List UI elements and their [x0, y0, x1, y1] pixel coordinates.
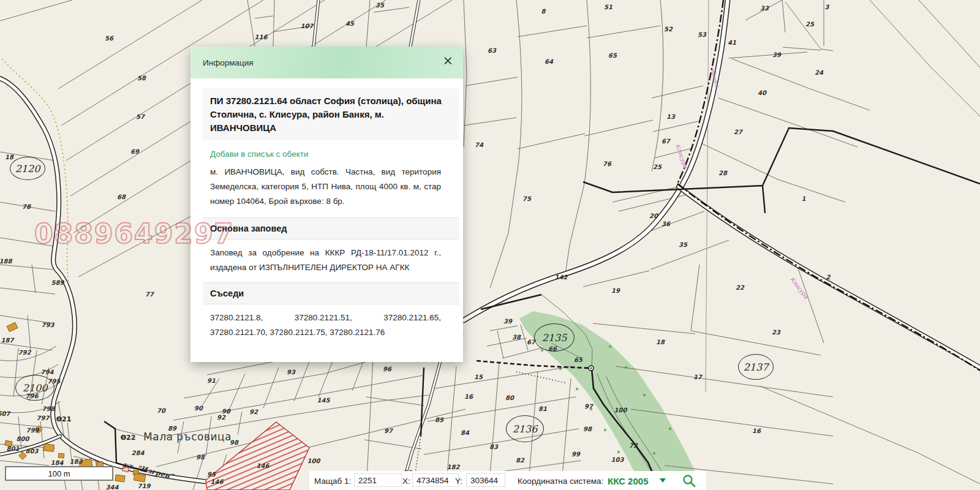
- order-section-header: Основна заповед: [203, 217, 459, 239]
- map-background: [0, 0, 980, 490]
- survey-point-symbol: [589, 366, 594, 371]
- neighbors-list: 37280.2121.8, 37280.2121.51, 37280.2121.…: [210, 311, 441, 340]
- crs-label: Координатна система:: [518, 476, 603, 485]
- status-bar: Мащаб 1: X: Y: Координатна система: ККС …: [309, 471, 706, 490]
- scale-input[interactable]: [354, 473, 402, 487]
- close-icon[interactable]: ×: [442, 55, 453, 67]
- popup-header: Информация ×: [190, 47, 463, 78]
- search-icon[interactable]: [682, 473, 696, 488]
- map-application: 5658576968187818858977793187792794795796…: [0, 0, 980, 490]
- neighbors-section-header: Съседи: [203, 282, 459, 304]
- crs-selector[interactable]: ККС 2005: [608, 475, 648, 486]
- y-coordinate-input[interactable]: [466, 473, 505, 487]
- cadastral-map-canvas[interactable]: [0, 0, 980, 490]
- info-popup: Информация × ПИ 37280.2121.64 област Соф…: [190, 47, 463, 362]
- x-coordinate-input[interactable]: [412, 473, 459, 487]
- scale-label: Мащаб 1:: [314, 476, 351, 485]
- y-label: Y:: [455, 476, 462, 485]
- chevron-down-icon[interactable]: [660, 478, 666, 486]
- add-to-list-link[interactable]: Добави в списък с обекти: [210, 149, 441, 159]
- parcel-title: ПИ 37280.2121.64 област София (столица),…: [203, 88, 459, 140]
- popup-body: ПИ 37280.2121.64 област София (столица),…: [190, 78, 463, 362]
- popup-title: Информация: [203, 58, 254, 67]
- x-label: X:: [402, 476, 410, 485]
- scale-bar: 100 m: [5, 466, 113, 481]
- parcel-details: м. ИВАНЧОВИЦА, вид собств. Частна, вид т…: [210, 165, 441, 209]
- scale-bar-label: 100 m: [48, 469, 70, 478]
- order-text: Заповед за одобрение на КККР РД-18-11/17…: [210, 246, 441, 275]
